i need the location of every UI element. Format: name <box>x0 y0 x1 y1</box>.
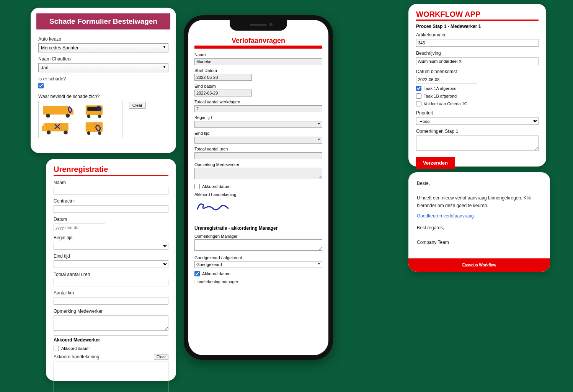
approve-link[interactable]: Goedkeuren verlofaanvraag <box>417 212 474 220</box>
akk-datum-checkbox[interactable] <box>194 184 200 189</box>
totaal-input[interactable] <box>54 279 168 286</box>
form-title-banner: Schade Formulier Bestelwagen <box>36 13 170 29</box>
taak1b-label: Taak 1B afgerond <box>424 94 457 98</box>
opm-label: Opmerking Medewerker <box>54 309 168 314</box>
naam-input[interactable] <box>194 58 322 65</box>
uren-input[interactable] <box>194 152 322 159</box>
art-input[interactable] <box>416 39 539 47</box>
naam-label: Naam <box>54 180 168 185</box>
van-front-icon <box>77 103 111 119</box>
naam-label: Naam <box>194 52 322 57</box>
email-regards: Best regards, <box>417 224 542 232</box>
uren-title: Urenregistratie <box>54 165 168 176</box>
opm-step-label: Opmerkingen Stap 1 <box>416 129 539 134</box>
verzenden-button[interactable]: Verzenden <box>416 157 455 169</box>
contract-label: Contractnr <box>54 198 168 204</box>
taak1a-checkbox[interactable] <box>416 86 421 91</box>
phone-screen: Verlofaanvragen Naam Start Datum Eind da… <box>188 20 328 355</box>
criteria1c-label: Voldoet aan Criteria 1C <box>424 101 467 106</box>
email-greeting: Beste, <box>417 180 542 187</box>
phone-notch <box>230 20 287 31</box>
contract-input[interactable] <box>54 205 168 213</box>
email-body-text: U heeft een nieuw verlof aanvraag binnen… <box>417 194 542 209</box>
email-card: Beste, U heeft een nieuw verlof aanvraag… <box>408 172 550 272</box>
goed-select[interactable]: Goedgekeurd <box>194 261 322 268</box>
van-side2-icon <box>41 120 75 136</box>
signature-icon <box>194 198 240 214</box>
akk-datum2-checkbox[interactable] <box>194 271 200 276</box>
clear-button[interactable]: Clear <box>129 102 146 109</box>
opm-textarea[interactable] <box>54 315 168 331</box>
eindt-select[interactable] <box>194 137 322 144</box>
eind-label: Eind tijd <box>54 253 168 259</box>
van-rear-icon <box>77 120 111 136</box>
auto-label: Auto keuze <box>38 36 168 42</box>
opm-mgr-label: Opmerkingen Manager <box>194 234 322 238</box>
prio-select[interactable]: Hoog <box>416 117 539 125</box>
svg-rect-0 <box>43 106 69 114</box>
svg-point-9 <box>64 131 68 135</box>
naam-input[interactable] <box>54 187 168 194</box>
begin-label: Begin tijd <box>194 115 322 120</box>
werk-input[interactable] <box>194 105 322 112</box>
manager-section-heading: Urenregistratie - akkordering Manager <box>194 223 322 231</box>
chauffeur-select[interactable]: Jan <box>38 63 168 72</box>
start-input[interactable] <box>194 74 252 81</box>
svg-point-5 <box>87 114 90 118</box>
urenregistratie-card: Urenregistratie Naam Contractnr Datum Be… <box>46 159 176 381</box>
auto-select[interactable]: Mercedes Sprinter <box>38 43 168 52</box>
opm-mgr-textarea[interactable] <box>194 239 322 251</box>
chauffeur-label: Naam Chauffeur <box>38 56 168 62</box>
workflow-title: WORKFLOW APP <box>416 10 539 19</box>
email-team: Company Team <box>417 239 542 246</box>
akkoord-datum-label: Akkoord datum <box>61 346 90 351</box>
dat-label: Datum binnenkomst <box>416 69 539 74</box>
schade-checkbox[interactable] <box>38 83 44 88</box>
waar-question: Waar bevindt de schade zich? <box>38 94 168 99</box>
besch-input[interactable] <box>416 57 539 65</box>
schade-question: Is er schade? <box>38 76 168 82</box>
workflow-app-card: WORKFLOW APP Proces Stap 1 - Medewerker … <box>408 4 546 167</box>
opm-step-textarea[interactable] <box>416 136 539 151</box>
besch-label: Beschrijving <box>416 51 539 56</box>
van-side-icon <box>41 103 75 119</box>
eind-label: Eind datum <box>194 84 322 88</box>
svg-point-1 <box>46 114 50 118</box>
sig-mgr-label: Handtekening manager <box>194 279 322 284</box>
start-label: Start Datum <box>194 68 322 73</box>
totaal-label: Totaal aantal uren <box>54 272 168 277</box>
art-label: Artikelnummer <box>416 32 539 38</box>
verlof-title: Verlofaanvragen <box>194 37 322 45</box>
opm-label: Opmerking Medewerker <box>194 162 322 167</box>
uren-label: Totaal aantal uren <box>194 147 322 151</box>
sig-label: Akkoord handtekening <box>54 354 168 359</box>
werk-label: Totaal aantal werkdagen <box>194 100 322 104</box>
prio-label: Prioriteit <box>416 110 539 116</box>
begin-label: Begin tijd <box>54 235 168 240</box>
goed-label: Goedgekeurd / afgekeurd <box>194 255 322 260</box>
km-input[interactable] <box>54 297 168 305</box>
dat-input[interactable] <box>416 76 477 83</box>
van-diagram-area[interactable]: Clear <box>38 101 122 138</box>
begin-select[interactable] <box>194 121 322 128</box>
step-heading: Proces Stap 1 - Medewerker 1 <box>416 24 539 29</box>
svg-point-2 <box>66 114 70 118</box>
akk-datum2-label: Akkoord datum <box>202 271 230 276</box>
akkoord-heading: Akkoord Medewerker <box>54 335 168 343</box>
sig-clear-button[interactable]: Clear <box>154 354 168 360</box>
signature-box[interactable] <box>54 361 168 392</box>
datum-input[interactable] <box>54 224 105 231</box>
red-divider <box>194 46 322 49</box>
akkoord-datum-checkbox[interactable] <box>54 346 59 351</box>
opm-textarea[interactable] <box>194 168 322 179</box>
criteria1c-checkbox[interactable] <box>416 101 421 106</box>
datum-label: Datum <box>54 217 168 222</box>
eindt-label: Eind tijd <box>194 131 322 136</box>
eind-input[interactable] <box>194 90 252 96</box>
svg-point-13 <box>98 131 101 135</box>
taak1b-checkbox[interactable] <box>416 93 421 99</box>
damage-form-card: Schade Formulier Bestelwagen Auto keuze … <box>31 8 176 153</box>
begin-select[interactable] <box>54 242 168 250</box>
email-footer: Easydus Workflow <box>408 258 550 272</box>
eind-select[interactable] <box>54 260 168 268</box>
